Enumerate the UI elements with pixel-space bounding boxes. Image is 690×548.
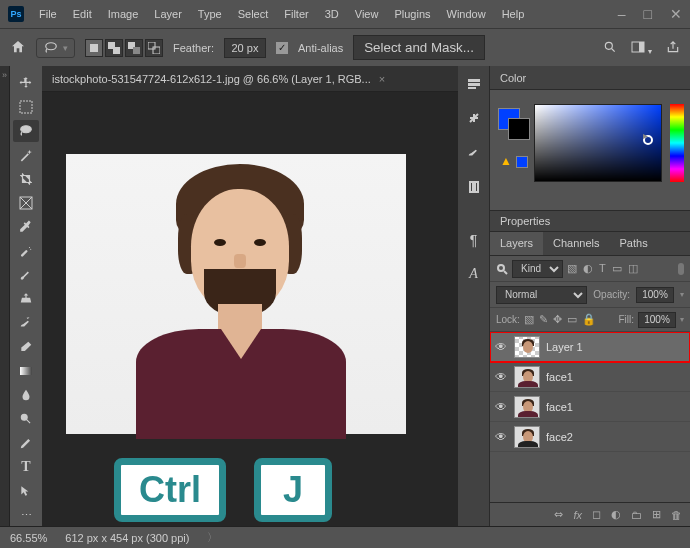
close-button[interactable]: ✕ [670, 6, 682, 22]
layer-row[interactable]: 👁 face1 [490, 392, 690, 422]
properties-panel-tab[interactable]: Properties [490, 210, 690, 232]
gamut-warning-icon[interactable]: ▲ [500, 154, 512, 168]
move-tool-icon[interactable] [13, 72, 39, 94]
menu-type[interactable]: Type [191, 5, 229, 23]
layer-kind-select[interactable]: Kind [512, 260, 563, 278]
lock-all-icon[interactable]: 🔒 [582, 313, 596, 326]
gradient-tool-icon[interactable] [13, 360, 39, 382]
character-panel-icon[interactable]: A [464, 264, 484, 284]
healing-brush-tool-icon[interactable] [13, 240, 39, 262]
magic-wand-tool-icon[interactable] [13, 144, 39, 166]
menu-filter[interactable]: Filter [277, 5, 315, 23]
layer-thumbnail[interactable] [514, 426, 540, 448]
marquee-tool-icon[interactable] [13, 96, 39, 118]
share-icon[interactable] [666, 40, 680, 56]
select-and-mask-button[interactable]: Select and Mask... [353, 35, 485, 60]
chevron-down-icon[interactable]: ▾ [680, 290, 684, 299]
layer-thumbnail[interactable] [514, 336, 540, 358]
closest-color-swatch[interactable] [516, 156, 528, 168]
menu-window[interactable]: Window [440, 5, 493, 23]
layer-name-label[interactable]: face2 [546, 431, 573, 443]
type-tool-icon[interactable]: T [13, 456, 39, 478]
document-dimensions[interactable]: 612 px x 454 px (300 ppi) [65, 532, 189, 544]
menu-file[interactable]: File [32, 5, 64, 23]
selection-new-icon[interactable] [85, 39, 103, 57]
antialias-checkbox[interactable]: ✓ [276, 42, 288, 54]
visibility-toggle-icon[interactable]: 👁 [494, 340, 508, 354]
status-chevron-icon[interactable]: 〉 [207, 530, 218, 545]
lasso-tool-icon[interactable] [13, 120, 39, 142]
eraser-tool-icon[interactable] [13, 336, 39, 358]
color-field[interactable] [534, 104, 662, 182]
visibility-toggle-icon[interactable]: 👁 [494, 370, 508, 384]
menu-view[interactable]: View [348, 5, 386, 23]
layer-row[interactable]: 👁 Layer 1 [490, 332, 690, 362]
layer-thumbnail[interactable] [514, 366, 540, 388]
layer-style-icon[interactable]: fx [573, 509, 582, 521]
canvas-viewport[interactable]: Ctrl J [42, 92, 458, 526]
brush-tool-icon[interactable] [13, 264, 39, 286]
link-layers-icon[interactable]: ⇔ [554, 508, 563, 521]
filter-adjust-icon[interactable]: ◐ [583, 262, 593, 275]
selection-add-icon[interactable] [105, 39, 123, 57]
dodge-tool-icon[interactable] [13, 408, 39, 430]
delete-layer-icon[interactable]: 🗑 [671, 509, 682, 521]
fill-input[interactable] [638, 312, 676, 328]
filter-type-icon[interactable]: T [599, 262, 606, 275]
search-icon[interactable] [603, 40, 617, 56]
collapsed-panel-strip[interactable]: » [0, 66, 10, 526]
layer-name-label[interactable]: face1 [546, 371, 573, 383]
menu-help[interactable]: Help [495, 5, 532, 23]
chevron-down-icon[interactable]: ▾ [680, 315, 684, 324]
brushes-panel-icon[interactable] [464, 142, 484, 162]
path-selection-tool-icon[interactable] [13, 480, 39, 502]
selection-subtract-icon[interactable] [125, 39, 143, 57]
workspace-icon[interactable]: ▾ [631, 40, 652, 56]
lock-paint-icon[interactable]: ✎ [539, 313, 548, 326]
home-icon[interactable] [10, 39, 26, 57]
eyedropper-tool-icon[interactable] [13, 216, 39, 238]
visibility-toggle-icon[interactable]: 👁 [494, 400, 508, 414]
layer-name-label[interactable]: Layer 1 [546, 341, 583, 353]
menu-image[interactable]: Image [101, 5, 146, 23]
group-icon[interactable]: 🗀 [631, 509, 642, 521]
active-tool-indicator[interactable]: ▾ [36, 38, 75, 58]
more-tools-icon[interactable]: ⋯ [13, 504, 39, 526]
background-color-swatch[interactable] [508, 118, 530, 140]
maximize-button[interactable]: □ [644, 6, 652, 22]
history-brush-tool-icon[interactable] [13, 312, 39, 334]
clone-stamp-tool-icon[interactable] [13, 288, 39, 310]
blur-tool-icon[interactable] [13, 384, 39, 406]
adjustments-panel-icon[interactable] [464, 108, 484, 128]
layer-row[interactable]: 👁 face1 [490, 362, 690, 392]
feather-input[interactable] [224, 38, 266, 58]
filter-shape-icon[interactable]: ▭ [612, 262, 622, 275]
visibility-toggle-icon[interactable]: 👁 [494, 430, 508, 444]
new-layer-icon[interactable]: ⊞ [652, 508, 661, 521]
filter-smart-icon[interactable]: ◫ [628, 262, 638, 275]
menu-layer[interactable]: Layer [147, 5, 189, 23]
history-panel-icon[interactable] [464, 74, 484, 94]
tab-layers[interactable]: Layers [490, 232, 543, 255]
menu-3d[interactable]: 3D [318, 5, 346, 23]
blend-mode-select[interactable]: Normal [496, 286, 587, 304]
lock-transparency-icon[interactable]: ▧ [524, 313, 534, 326]
menu-select[interactable]: Select [231, 5, 276, 23]
hue-slider[interactable] [670, 104, 684, 182]
layer-name-label[interactable]: face1 [546, 401, 573, 413]
adjustment-layer-icon[interactable]: ◐ [611, 508, 621, 521]
lock-artboard-icon[interactable]: ▭ [567, 313, 577, 326]
frame-tool-icon[interactable] [13, 192, 39, 214]
lock-position-icon[interactable]: ✥ [553, 313, 562, 326]
paragraph-panel-icon[interactable]: ¶ [464, 230, 484, 250]
layer-mask-icon[interactable]: ◻ [592, 508, 601, 521]
color-panel-tab[interactable]: Color [490, 66, 690, 90]
tab-channels[interactable]: Channels [543, 232, 609, 255]
filter-toggle[interactable] [678, 263, 684, 275]
layer-row[interactable]: 👁 face2 [490, 422, 690, 452]
pen-tool-icon[interactable] [13, 432, 39, 454]
document-tab-close-icon[interactable]: × [379, 73, 385, 85]
minimize-button[interactable]: – [618, 6, 626, 22]
selection-intersect-icon[interactable] [145, 39, 163, 57]
libraries-panel-icon[interactable] [464, 176, 484, 196]
